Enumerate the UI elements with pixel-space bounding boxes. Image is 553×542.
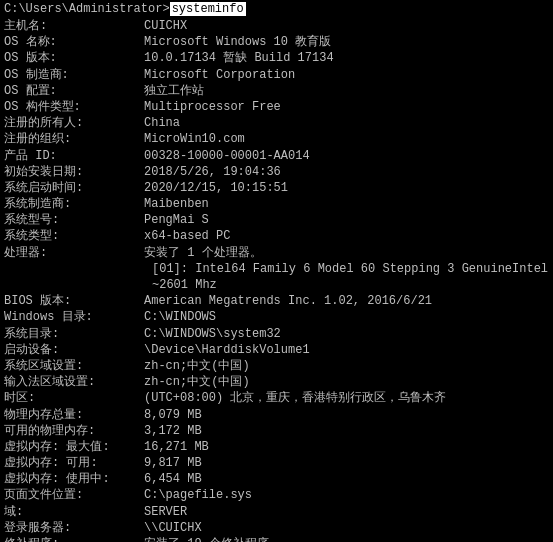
row-label: 初始安装日期: bbox=[4, 164, 144, 180]
terminal-row: 虚拟内存: 使用中:6,454 MB bbox=[4, 471, 549, 487]
row-value: 3,172 MB bbox=[144, 423, 202, 439]
row-value: 2020/12/15, 10:15:51 bbox=[144, 180, 288, 196]
row-value: Maibenben bbox=[144, 196, 209, 212]
terminal-row: 页面文件位置:C:\pagefile.sys bbox=[4, 487, 549, 503]
row-label: 系统启动时间: bbox=[4, 180, 144, 196]
terminal-row: Windows 目录:C:\WINDOWS bbox=[4, 309, 549, 325]
row-label: 登录服务器: bbox=[4, 520, 144, 536]
row-label: 域: bbox=[4, 504, 144, 520]
row-label: 主机名: bbox=[4, 18, 144, 34]
terminal-row: 系统目录:C:\WINDOWS\system32 bbox=[4, 326, 549, 342]
row-label: OS 构件类型: bbox=[4, 99, 144, 115]
row-value: 安装了 19 个修补程序。 bbox=[144, 536, 281, 542]
row-label: OS 名称: bbox=[4, 34, 144, 50]
terminal-row: 产品 ID:00328-10000-00001-AA014 bbox=[4, 148, 549, 164]
terminal-row: 注册的组织:MicroWin10.com bbox=[4, 131, 549, 147]
terminal-row: 注册的所有人:China bbox=[4, 115, 549, 131]
terminal-row: 登录服务器:\\CUICHX bbox=[4, 520, 549, 536]
row-continuation: [01]: Intel64 Family 6 Model 60 Stepping… bbox=[4, 261, 549, 293]
row-label: OS 配置: bbox=[4, 83, 144, 99]
row-label: 物理内存总量: bbox=[4, 407, 144, 423]
row-label: 系统类型: bbox=[4, 228, 144, 244]
terminal-row: 系统启动时间:2020/12/15, 10:15:51 bbox=[4, 180, 549, 196]
terminal-row: 修补程序:安装了 19 个修补程序。 bbox=[4, 536, 549, 542]
terminal-row: OS 制造商:Microsoft Corporation bbox=[4, 67, 549, 83]
row-label: 系统型号: bbox=[4, 212, 144, 228]
row-label: OS 制造商: bbox=[4, 67, 144, 83]
row-value: 8,079 MB bbox=[144, 407, 202, 423]
row-label: 页面文件位置: bbox=[4, 487, 144, 503]
prompt-path: C:\Users\Administrator> bbox=[4, 2, 170, 16]
terminal-row: 可用的物理内存:3,172 MB bbox=[4, 423, 549, 439]
row-value: China bbox=[144, 115, 180, 131]
row-label: 输入法区域设置: bbox=[4, 374, 144, 390]
row-value: 00328-10000-00001-AA014 bbox=[144, 148, 310, 164]
row-value: PengMai S bbox=[144, 212, 209, 228]
row-value: x64-based PC bbox=[144, 228, 230, 244]
row-label: 时区: bbox=[4, 390, 144, 406]
row-value: CUICHX bbox=[144, 18, 187, 34]
row-value: 16,271 MB bbox=[144, 439, 209, 455]
row-value: SERVER bbox=[144, 504, 187, 520]
row-value: 6,454 MB bbox=[144, 471, 202, 487]
row-value: Multiprocessor Free bbox=[144, 99, 281, 115]
terminal-row: 输入法区域设置:zh-cn;中文(中国) bbox=[4, 374, 549, 390]
row-value: 10.0.17134 暂缺 Build 17134 bbox=[144, 50, 334, 66]
terminal-row: BIOS 版本:American Megatrends Inc. 1.02, 2… bbox=[4, 293, 549, 309]
terminal-row: 系统制造商:Maibenben bbox=[4, 196, 549, 212]
terminal-row: 主机名:CUICHX bbox=[4, 18, 549, 34]
row-value: 2018/5/26, 19:04:36 bbox=[144, 164, 281, 180]
row-label: Windows 目录: bbox=[4, 309, 144, 325]
row-value: \Device\HarddiskVolume1 bbox=[144, 342, 310, 358]
terminal-row: 域:SERVER bbox=[4, 504, 549, 520]
row-value: zh-cn;中文(中国) bbox=[144, 374, 250, 390]
row-label: 处理器: bbox=[4, 245, 144, 261]
row-value: C:\WINDOWS\system32 bbox=[144, 326, 281, 342]
row-label: 启动设备: bbox=[4, 342, 144, 358]
row-label: OS 版本: bbox=[4, 50, 144, 66]
row-label: 注册的所有人: bbox=[4, 115, 144, 131]
terminal-row: 系统型号:PengMai S bbox=[4, 212, 549, 228]
row-label: BIOS 版本: bbox=[4, 293, 144, 309]
terminal-row: 时区:(UTC+08:00) 北京，重庆，香港特别行政区，乌鲁木齐 bbox=[4, 390, 549, 406]
row-value: (UTC+08:00) 北京，重庆，香港特别行政区，乌鲁木齐 bbox=[144, 390, 446, 406]
row-label: 虚拟内存: 使用中: bbox=[4, 471, 144, 487]
row-value: Microsoft Corporation bbox=[144, 67, 295, 83]
terminal-row: 物理内存总量:8,079 MB bbox=[4, 407, 549, 423]
row-label: 可用的物理内存: bbox=[4, 423, 144, 439]
terminal-content: 主机名:CUICHXOS 名称:Microsoft Windows 10 教育版… bbox=[4, 18, 549, 542]
row-value: 9,817 MB bbox=[144, 455, 202, 471]
row-label: 系统制造商: bbox=[4, 196, 144, 212]
row-value: 独立工作站 bbox=[144, 83, 204, 99]
terminal-row: 虚拟内存: 最大值:16,271 MB bbox=[4, 439, 549, 455]
command-text: systeminfo bbox=[170, 2, 246, 16]
terminal-row: 系统类型:x64-based PC bbox=[4, 228, 549, 244]
row-label: 系统目录: bbox=[4, 326, 144, 342]
terminal-row: OS 构件类型:Multiprocessor Free bbox=[4, 99, 549, 115]
row-label: 注册的组织: bbox=[4, 131, 144, 147]
terminal-window: C:\Users\Administrator>systeminfo 主机名:CU… bbox=[0, 0, 553, 542]
terminal-row: OS 版本:10.0.17134 暂缺 Build 17134 bbox=[4, 50, 549, 66]
terminal-row: 系统区域设置:zh-cn;中文(中国) bbox=[4, 358, 549, 374]
terminal-row: 初始安装日期:2018/5/26, 19:04:36 bbox=[4, 164, 549, 180]
row-value: Microsoft Windows 10 教育版 bbox=[144, 34, 331, 50]
terminal-row: OS 配置:独立工作站 bbox=[4, 83, 549, 99]
terminal-row: 处理器:安装了 1 个处理器。 bbox=[4, 245, 549, 261]
row-value: C:\WINDOWS bbox=[144, 309, 216, 325]
row-value: \\CUICHX bbox=[144, 520, 202, 536]
row-label: 系统区域设置: bbox=[4, 358, 144, 374]
row-value: American Megatrends Inc. 1.02, 2016/6/21 bbox=[144, 293, 432, 309]
row-value: 安装了 1 个处理器。 bbox=[144, 245, 262, 261]
terminal-row: OS 名称:Microsoft Windows 10 教育版 bbox=[4, 34, 549, 50]
row-value: C:\pagefile.sys bbox=[144, 487, 252, 503]
row-label: 虚拟内存: 最大值: bbox=[4, 439, 144, 455]
title-bar: C:\Users\Administrator>systeminfo bbox=[4, 2, 549, 16]
terminal-row: 虚拟内存: 可用:9,817 MB bbox=[4, 455, 549, 471]
row-label: 虚拟内存: 可用: bbox=[4, 455, 144, 471]
row-label: 修补程序: bbox=[4, 536, 144, 542]
row-value: MicroWin10.com bbox=[144, 131, 245, 147]
row-label: 产品 ID: bbox=[4, 148, 144, 164]
terminal-row: 启动设备:\Device\HarddiskVolume1 bbox=[4, 342, 549, 358]
row-value: zh-cn;中文(中国) bbox=[144, 358, 250, 374]
